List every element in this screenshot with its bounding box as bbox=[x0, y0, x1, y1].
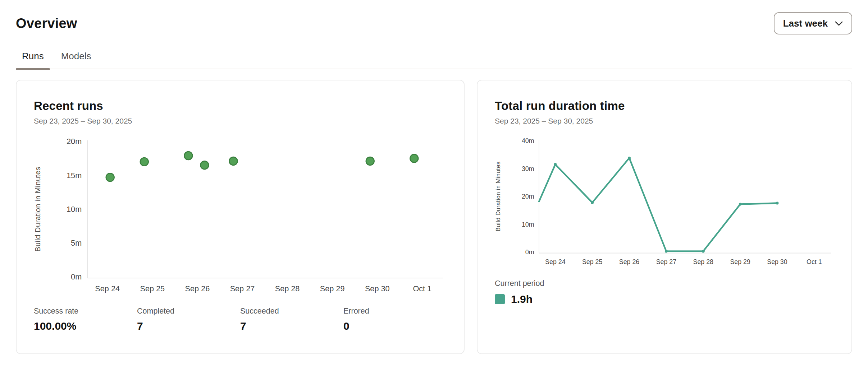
svg-text:Sep 27: Sep 27 bbox=[230, 284, 255, 293]
svg-text:Sep 25: Sep 25 bbox=[140, 284, 165, 293]
recent-runs-card: Recent runs Sep 23, 2025 – Sep 30, 2025 … bbox=[16, 80, 465, 354]
stat-errored: Errored 0 bbox=[343, 307, 447, 332]
period-dropdown-value: Last week bbox=[783, 18, 828, 29]
svg-text:Sep 30: Sep 30 bbox=[365, 284, 390, 293]
legend-row: 1.9h bbox=[495, 293, 834, 305]
tab-runs[interactable]: Runs bbox=[16, 51, 50, 69]
page-header: Overview Last week bbox=[16, 12, 852, 34]
svg-text:Sep 26: Sep 26 bbox=[185, 284, 210, 293]
card-title-recent-runs: Recent runs bbox=[34, 99, 447, 113]
stat-value: 7 bbox=[137, 320, 240, 332]
stat-value: 0 bbox=[343, 320, 447, 332]
svg-text:0m: 0m bbox=[71, 272, 82, 281]
chevron-down-icon bbox=[835, 21, 843, 26]
svg-text:Sep 28: Sep 28 bbox=[275, 284, 300, 293]
stat-completed: Completed 7 bbox=[137, 307, 240, 332]
stat-label: Success rate bbox=[34, 307, 137, 316]
current-period-swatch bbox=[495, 294, 505, 304]
legend-value: 1.9h bbox=[511, 293, 533, 305]
svg-text:10m: 10m bbox=[522, 221, 534, 228]
svg-text:5m: 5m bbox=[71, 239, 82, 247]
svg-text:0m: 0m bbox=[525, 249, 534, 256]
svg-text:Sep 24: Sep 24 bbox=[545, 258, 566, 265]
svg-text:Sep 30: Sep 30 bbox=[767, 258, 787, 265]
stat-success-rate: Success rate 100.00% bbox=[34, 307, 137, 332]
svg-text:Sep 26: Sep 26 bbox=[619, 258, 640, 265]
period-dropdown[interactable]: Last week bbox=[774, 12, 852, 34]
svg-text:Sep 29: Sep 29 bbox=[730, 258, 750, 265]
cards-row: Recent runs Sep 23, 2025 – Sep 30, 2025 … bbox=[16, 80, 852, 354]
page-title: Overview bbox=[16, 16, 77, 31]
date-range-recent-runs: Sep 23, 2025 – Sep 30, 2025 bbox=[34, 117, 447, 125]
svg-text:15m: 15m bbox=[67, 171, 82, 180]
svg-text:Oct 1: Oct 1 bbox=[807, 258, 822, 265]
svg-text:10m: 10m bbox=[67, 205, 82, 214]
recent-runs-scatter-chart: 0m5m10m15m20mSep 24Sep 25Sep 26Sep 27Sep… bbox=[34, 138, 447, 293]
svg-text:Sep 27: Sep 27 bbox=[656, 258, 676, 265]
legend-label: Current period bbox=[495, 279, 834, 288]
stat-value: 7 bbox=[240, 320, 343, 332]
total-run-duration-card: Total run duration time Sep 23, 2025 – S… bbox=[477, 80, 852, 354]
svg-text:Build Duration in Minutes: Build Duration in Minutes bbox=[34, 167, 42, 252]
duration-line-chart: 0m10m20m30m40mSep 24Sep 25Sep 26Sep 27Se… bbox=[495, 138, 834, 265]
current-period-legend: Current period 1.9h bbox=[495, 279, 834, 305]
stat-label: Errored bbox=[343, 307, 447, 316]
svg-text:20m: 20m bbox=[67, 138, 82, 146]
svg-text:Oct 1: Oct 1 bbox=[413, 284, 431, 293]
date-range-total-duration: Sep 23, 2025 – Sep 30, 2025 bbox=[495, 117, 834, 125]
svg-text:Sep 28: Sep 28 bbox=[693, 258, 714, 265]
tab-bar: Runs Models bbox=[16, 51, 852, 69]
card-title-total-duration: Total run duration time bbox=[495, 99, 834, 113]
svg-text:Build Duration in Minutes: Build Duration in Minutes bbox=[495, 162, 502, 232]
stat-label: Completed bbox=[137, 307, 240, 316]
stat-value: 100.00% bbox=[34, 320, 137, 332]
svg-text:20m: 20m bbox=[522, 193, 534, 200]
overview-page: Overview Last week Runs Models Recent ru… bbox=[0, 12, 868, 354]
run-stats: Success rate 100.00% Completed 7 Succeed… bbox=[34, 307, 447, 332]
svg-text:Sep 24: Sep 24 bbox=[95, 284, 120, 293]
stat-succeeded: Succeeded 7 bbox=[240, 307, 343, 332]
tab-models[interactable]: Models bbox=[55, 51, 97, 69]
svg-text:30m: 30m bbox=[522, 165, 534, 172]
svg-text:40m: 40m bbox=[522, 138, 534, 144]
svg-text:Sep 29: Sep 29 bbox=[320, 284, 345, 293]
stat-label: Succeeded bbox=[240, 307, 343, 316]
svg-text:Sep 25: Sep 25 bbox=[582, 258, 603, 265]
